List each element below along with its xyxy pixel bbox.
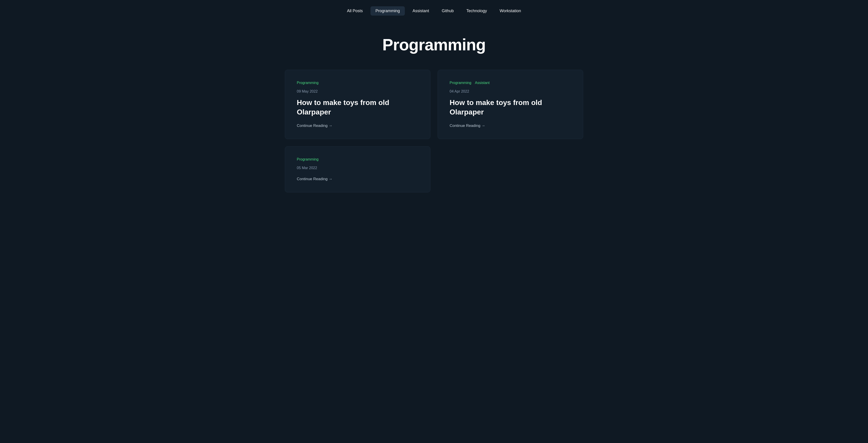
nav-item-technology[interactable]: Technology — [461, 6, 492, 15]
nav-item-github[interactable]: Github — [437, 6, 459, 15]
card-title: How to make toys from old Olarpaper — [297, 98, 418, 117]
card-tags: Programming — [297, 158, 418, 162]
continue-reading-link[interactable]: Continue Reading → — [450, 124, 571, 128]
post-card[interactable]: Programming09 May 2022How to make toys f… — [285, 70, 430, 139]
main-nav: All PostsProgrammingAssistantGithubTechn… — [0, 0, 868, 22]
nav-item-all-posts[interactable]: All Posts — [342, 6, 368, 15]
nav-item-assistant[interactable]: Assistant — [408, 6, 434, 15]
card-date: 04 Apr 2022 — [450, 90, 571, 94]
tag-programming[interactable]: Programming — [450, 81, 471, 85]
card-date: 05 Mar 2022 — [297, 166, 418, 170]
tag-programming[interactable]: Programming — [297, 81, 318, 85]
card-date: 09 May 2022 — [297, 90, 418, 94]
post-card[interactable]: Programming05 Mar 2022Continue Reading → — [285, 146, 430, 192]
page-title-section: Programming — [0, 22, 868, 70]
page-title: Programming — [9, 35, 859, 54]
continue-reading-link[interactable]: Continue Reading → — [297, 177, 418, 181]
post-card[interactable]: ProgrammingAssistant04 Apr 2022How to ma… — [438, 70, 583, 139]
nav-item-programming[interactable]: Programming — [370, 6, 405, 15]
continue-reading-link[interactable]: Continue Reading → — [297, 124, 418, 128]
posts-grid: Programming09 May 2022How to make toys f… — [276, 70, 592, 206]
card-tags: Programming — [297, 81, 418, 85]
card-tags: ProgrammingAssistant — [450, 81, 571, 85]
card-title: How to make toys from old Olarpaper — [450, 98, 571, 117]
tag-programming[interactable]: Programming — [297, 158, 318, 162]
tag-assistant[interactable]: Assistant — [475, 81, 490, 85]
nav-item-workstation[interactable]: Workstation — [495, 6, 526, 15]
